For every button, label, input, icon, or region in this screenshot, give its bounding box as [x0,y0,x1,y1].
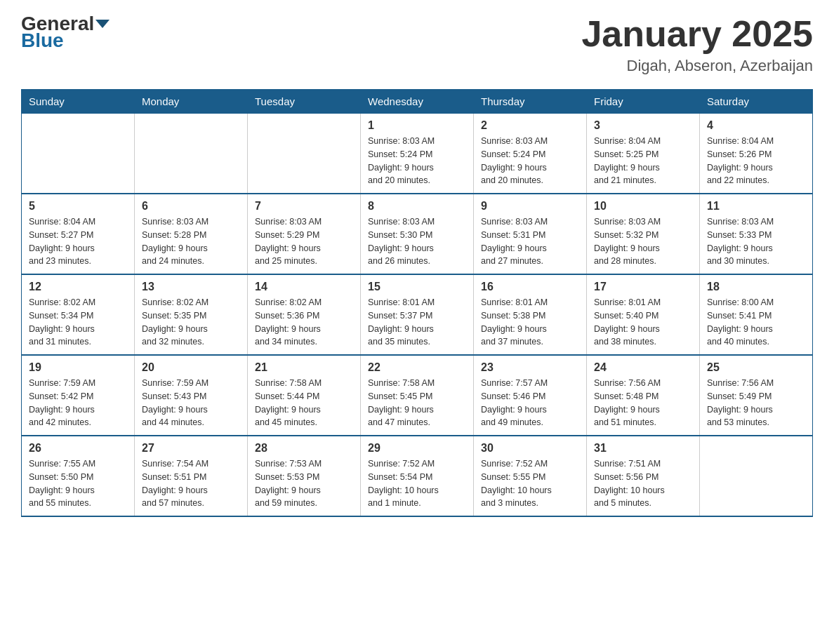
day-number: 7 [255,200,353,213]
day-number: 25 [707,361,805,374]
day-number: 16 [481,281,579,293]
calendar-day-26: 26Sunrise: 7:55 AMSunset: 5:50 PMDayligh… [22,436,135,516]
day-number: 20 [142,361,240,374]
month-title: January 2025 [581,14,813,54]
day-info: Sunrise: 7:56 AMSunset: 5:48 PMDaylight:… [594,377,692,429]
day-number: 31 [594,442,692,455]
calendar-header-row: SundayMondayTuesdayWednesdayThursdayFrid… [22,90,813,114]
day-number: 30 [481,442,579,455]
calendar-empty-cell [135,114,248,194]
calendar-day-18: 18Sunrise: 8:00 AMSunset: 5:41 PMDayligh… [700,274,813,355]
calendar-week-row: 12Sunrise: 8:02 AMSunset: 5:34 PMDayligh… [22,274,813,355]
calendar-day-8: 8Sunrise: 8:03 AMSunset: 5:30 PMDaylight… [361,194,474,274]
location-title: Digah, Abseron, Azerbaijan [581,57,813,75]
calendar-day-30: 30Sunrise: 7:52 AMSunset: 5:55 PMDayligh… [474,436,587,516]
calendar-week-row: 19Sunrise: 7:59 AMSunset: 5:42 PMDayligh… [22,355,813,436]
day-info: Sunrise: 7:53 AMSunset: 5:53 PMDaylight:… [255,457,353,510]
calendar-day-9: 9Sunrise: 8:03 AMSunset: 5:31 PMDaylight… [474,194,587,274]
day-number: 4 [707,119,805,132]
day-number: 23 [481,361,579,374]
day-info: Sunrise: 8:04 AMSunset: 5:27 PMDaylight:… [29,215,127,268]
day-info: Sunrise: 8:02 AMSunset: 5:36 PMDaylight:… [255,296,353,349]
day-info: Sunrise: 8:03 AMSunset: 5:24 PMDaylight:… [368,135,466,187]
calendar-week-row: 26Sunrise: 7:55 AMSunset: 5:50 PMDayligh… [22,436,813,516]
day-number: 22 [368,361,466,374]
day-info: Sunrise: 8:02 AMSunset: 5:34 PMDaylight:… [29,296,127,349]
calendar-day-2: 2Sunrise: 8:03 AMSunset: 5:24 PMDaylight… [474,114,587,194]
day-number: 10 [594,200,692,213]
calendar-day-15: 15Sunrise: 8:01 AMSunset: 5:37 PMDayligh… [361,274,474,355]
calendar-day-10: 10Sunrise: 8:03 AMSunset: 5:32 PMDayligh… [587,194,700,274]
day-number: 17 [594,281,692,293]
day-info: Sunrise: 7:54 AMSunset: 5:51 PMDaylight:… [142,457,240,510]
weekday-header-thursday: Thursday [474,90,587,114]
day-number: 26 [29,442,127,455]
day-number: 5 [29,200,127,213]
day-number: 9 [481,200,579,213]
calendar-day-25: 25Sunrise: 7:56 AMSunset: 5:49 PMDayligh… [700,355,813,436]
day-info: Sunrise: 7:56 AMSunset: 5:49 PMDaylight:… [707,377,805,429]
day-number: 21 [255,361,353,374]
day-info: Sunrise: 7:57 AMSunset: 5:46 PMDaylight:… [481,377,579,429]
calendar-day-24: 24Sunrise: 7:56 AMSunset: 5:48 PMDayligh… [587,355,700,436]
day-info: Sunrise: 8:01 AMSunset: 5:37 PMDaylight:… [368,296,466,349]
day-number: 28 [255,442,353,455]
calendar-day-6: 6Sunrise: 8:03 AMSunset: 5:28 PMDaylight… [135,194,248,274]
weekday-header-tuesday: Tuesday [248,90,361,114]
day-info: Sunrise: 8:00 AMSunset: 5:41 PMDaylight:… [707,296,805,349]
weekday-header-saturday: Saturday [700,90,813,114]
day-number: 18 [707,281,805,293]
weekday-header-sunday: Sunday [22,90,135,114]
day-info: Sunrise: 7:58 AMSunset: 5:44 PMDaylight:… [255,377,353,429]
day-info: Sunrise: 7:59 AMSunset: 5:42 PMDaylight:… [29,377,127,429]
day-info: Sunrise: 7:52 AMSunset: 5:55 PMDaylight:… [481,457,579,510]
day-info: Sunrise: 8:04 AMSunset: 5:26 PMDaylight:… [707,135,805,187]
page-header: General Blue January 2025 Digah, Abseron… [21,14,813,75]
day-number: 13 [142,281,240,293]
calendar-table: SundayMondayTuesdayWednesdayThursdayFrid… [21,89,813,517]
day-info: Sunrise: 7:59 AMSunset: 5:43 PMDaylight:… [142,377,240,429]
day-number: 3 [594,119,692,132]
day-info: Sunrise: 8:01 AMSunset: 5:38 PMDaylight:… [481,296,579,349]
calendar-week-row: 1Sunrise: 8:03 AMSunset: 5:24 PMDaylight… [22,114,813,194]
calendar-day-20: 20Sunrise: 7:59 AMSunset: 5:43 PMDayligh… [135,355,248,436]
day-info: Sunrise: 8:03 AMSunset: 5:30 PMDaylight:… [368,215,466,268]
calendar-day-28: 28Sunrise: 7:53 AMSunset: 5:53 PMDayligh… [248,436,361,516]
calendar-day-11: 11Sunrise: 8:03 AMSunset: 5:33 PMDayligh… [700,194,813,274]
calendar-day-13: 13Sunrise: 8:02 AMSunset: 5:35 PMDayligh… [135,274,248,355]
calendar-day-29: 29Sunrise: 7:52 AMSunset: 5:54 PMDayligh… [361,436,474,516]
calendar-day-3: 3Sunrise: 8:04 AMSunset: 5:25 PMDaylight… [587,114,700,194]
title-area: January 2025 Digah, Abseron, Azerbaijan [581,14,813,75]
calendar-day-12: 12Sunrise: 8:02 AMSunset: 5:34 PMDayligh… [22,274,135,355]
day-number: 2 [481,119,579,132]
day-info: Sunrise: 8:01 AMSunset: 5:40 PMDaylight:… [594,296,692,349]
day-number: 15 [368,281,466,293]
day-number: 14 [255,281,353,293]
day-number: 6 [142,200,240,213]
calendar-day-7: 7Sunrise: 8:03 AMSunset: 5:29 PMDaylight… [248,194,361,274]
day-number: 1 [368,119,466,132]
day-info: Sunrise: 7:55 AMSunset: 5:50 PMDaylight:… [29,457,127,510]
calendar-day-5: 5Sunrise: 8:04 AMSunset: 5:27 PMDaylight… [22,194,135,274]
day-info: Sunrise: 8:03 AMSunset: 5:31 PMDaylight:… [481,215,579,268]
calendar-empty-cell [700,436,813,516]
day-number: 19 [29,361,127,374]
day-info: Sunrise: 7:58 AMSunset: 5:45 PMDaylight:… [368,377,466,429]
day-info: Sunrise: 8:03 AMSunset: 5:24 PMDaylight:… [481,135,579,187]
weekday-header-friday: Friday [587,90,700,114]
calendar-empty-cell [248,114,361,194]
day-number: 12 [29,281,127,293]
day-info: Sunrise: 7:52 AMSunset: 5:54 PMDaylight:… [368,457,466,510]
logo-blue: Blue [21,31,64,51]
calendar-day-22: 22Sunrise: 7:58 AMSunset: 5:45 PMDayligh… [361,355,474,436]
day-info: Sunrise: 8:03 AMSunset: 5:33 PMDaylight:… [707,215,805,268]
day-number: 11 [707,200,805,213]
day-info: Sunrise: 8:03 AMSunset: 5:28 PMDaylight:… [142,215,240,268]
calendar-day-17: 17Sunrise: 8:01 AMSunset: 5:40 PMDayligh… [587,274,700,355]
calendar-day-31: 31Sunrise: 7:51 AMSunset: 5:56 PMDayligh… [587,436,700,516]
day-info: Sunrise: 8:03 AMSunset: 5:32 PMDaylight:… [594,215,692,268]
day-number: 27 [142,442,240,455]
weekday-header-wednesday: Wednesday [361,90,474,114]
calendar-day-16: 16Sunrise: 8:01 AMSunset: 5:38 PMDayligh… [474,274,587,355]
day-number: 8 [368,200,466,213]
